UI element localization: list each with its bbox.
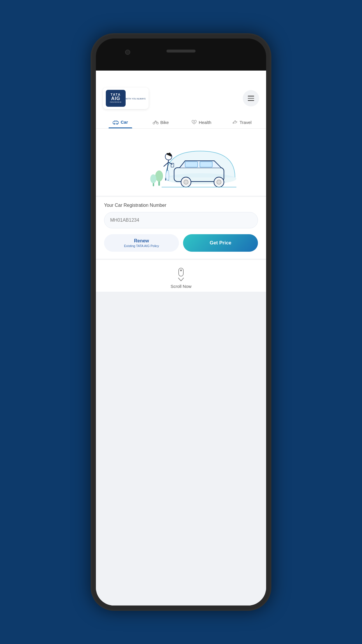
status-bar — [96, 71, 266, 82]
svg-rect-21 — [179, 268, 183, 276]
renew-sub-label: Existing TATA AIG Policy — [124, 244, 159, 248]
scroll-area: Scroll Now — [96, 260, 266, 292]
renew-label: Renew — [134, 238, 149, 244]
scroll-icon-wrap — [175, 267, 187, 282]
svg-point-18 — [155, 171, 163, 182]
svg-point-22 — [180, 270, 182, 271]
tab-car-underline — [108, 127, 132, 128]
logo-box: TATA AIG INSURANCE — [106, 90, 126, 107]
tab-health[interactable]: Health — [182, 114, 221, 128]
svg-point-11 — [184, 180, 188, 184]
car-illustration — [126, 134, 236, 190]
tab-travel-label: Travel — [232, 120, 252, 125]
health-icon — [191, 120, 197, 125]
registration-input[interactable] — [104, 212, 258, 228]
menu-button[interactable] — [243, 90, 259, 106]
header: TATA AIG INSURANCE WITH YOU ALWAYS — [96, 82, 266, 114]
tab-car-label: Car — [113, 120, 128, 125]
tab-bike-label: Bike — [153, 120, 169, 125]
travel-icon — [232, 120, 238, 125]
form-area: Your Car Registration Number Renew Exist… — [96, 197, 266, 259]
phone-camera — [125, 50, 130, 55]
phone-screen: TATA AIG INSURANCE WITH YOU ALWAYS — [96, 71, 266, 606]
tabs-container: Car Bike — [96, 114, 266, 129]
tab-travel[interactable]: Travel — [222, 114, 261, 128]
phone-speaker — [166, 50, 196, 52]
car-icon — [113, 120, 119, 125]
bike-icon — [153, 120, 159, 125]
svg-point-20 — [150, 174, 157, 183]
svg-rect-8 — [185, 162, 198, 167]
get-price-button[interactable]: Get Price — [183, 234, 258, 252]
svg-point-13 — [217, 180, 221, 184]
renew-button[interactable]: Renew Existing TATA AIG Policy — [104, 234, 179, 252]
scroll-label: Scroll Now — [171, 284, 191, 289]
app-content: TATA AIG INSURANCE WITH YOU ALWAYS — [96, 82, 266, 606]
bottom-gray-area — [96, 292, 266, 606]
phone-notch — [96, 38, 266, 71]
form-label: Your Car Registration Number — [104, 203, 258, 208]
logo-aig-text: AIG — [111, 96, 120, 101]
phone-frame: TATA AIG INSURANCE WITH YOU ALWAYS — [91, 33, 271, 611]
tab-health-label: Health — [191, 120, 211, 125]
logo-insurance-text: INSURANCE — [110, 101, 122, 103]
svg-rect-9 — [200, 162, 212, 167]
menu-line-3 — [248, 100, 254, 101]
logo-container: TATA AIG INSURANCE WITH YOU ALWAYS — [103, 88, 149, 109]
tab-bike[interactable]: Bike — [141, 114, 180, 128]
menu-line-2 — [248, 98, 254, 99]
menu-line-1 — [248, 96, 254, 97]
buttons-row: Renew Existing TATA AIG Policy Get Price — [104, 234, 258, 252]
tab-car[interactable]: Car — [101, 114, 140, 128]
scroll-icon — [175, 267, 187, 281]
svg-point-5 — [155, 121, 156, 122]
logo-tagline-text: WITH YOU ALWAYS — [126, 98, 146, 100]
illustration-area — [96, 129, 266, 196]
